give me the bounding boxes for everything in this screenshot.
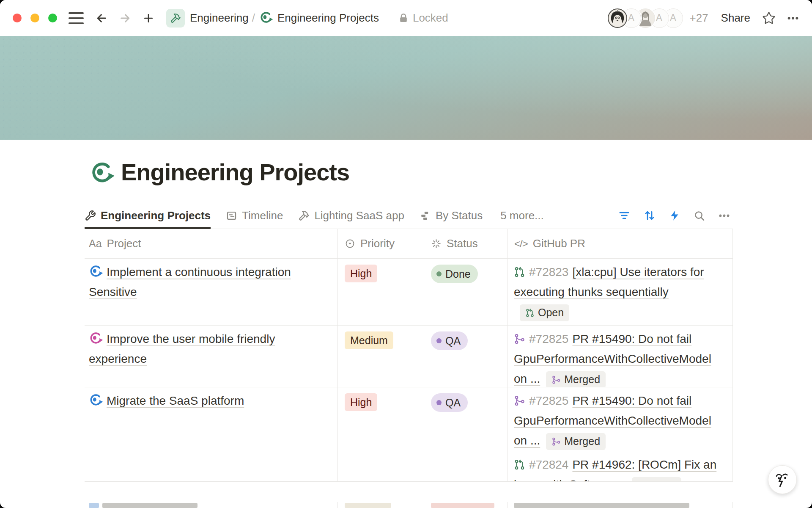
- window-toolbar: Engineering / Engineering Projects Locke…: [0, 0, 812, 36]
- status-cell[interactable]: QA: [424, 387, 508, 482]
- project-title-link[interactable]: Implement a continuous integration Sensi…: [89, 265, 291, 298]
- locked-label: Locked: [413, 11, 448, 25]
- pr-merge-icon: [514, 333, 525, 345]
- project-cell[interactable]: Implement a continuous integration Sensi…: [85, 259, 338, 325]
- view-tabs: Engineering Projects Timeline Lighting S…: [85, 202, 733, 229]
- priority-cell[interactable]: Medium: [338, 326, 424, 387]
- pr-state-badge: Open: [632, 477, 681, 482]
- tab-timeline[interactable]: Timeline: [226, 202, 283, 229]
- pr-merge-icon: [551, 375, 561, 384]
- share-button[interactable]: Share: [721, 11, 750, 25]
- priority-cell[interactable]: High: [338, 387, 424, 482]
- tab-by-status[interactable]: By Status: [420, 202, 483, 229]
- view-actions: [618, 202, 730, 229]
- sort-icon[interactable]: [643, 209, 656, 222]
- status-dot: [436, 338, 442, 343]
- status-dot: [436, 271, 442, 276]
- view-settings-icon[interactable]: [718, 210, 730, 222]
- code-icon: </>: [514, 238, 528, 250]
- minimize-window-button[interactable]: [30, 14, 39, 22]
- column-header-project[interactable]: Aa Project: [85, 229, 338, 258]
- goose-page-icon: [259, 11, 273, 25]
- priority-badge[interactable]: High: [345, 265, 377, 282]
- ai-face-icon: [774, 471, 791, 488]
- status-badge[interactable]: QA: [431, 331, 468, 350]
- lock-icon: [398, 13, 409, 24]
- github-pr-link[interactable]: #72824PR #14962: [ROCm] Fix an issue wit…: [514, 455, 717, 482]
- hammer-icon: [166, 9, 185, 28]
- page-title: Engineering Projects: [121, 158, 349, 186]
- pr-state-badge: Merged: [546, 371, 606, 387]
- column-header-priority[interactable]: Priority: [338, 229, 424, 258]
- pr-merge-icon: [551, 437, 561, 446]
- pr-state-badge: Merged: [546, 433, 606, 450]
- pr-number: #72825: [529, 332, 568, 345]
- pr-state-badge: Open: [520, 304, 569, 321]
- notion-ai-button[interactable]: [768, 465, 797, 494]
- locked-indicator[interactable]: Locked: [394, 11, 448, 25]
- github-pr-link[interactable]: #72825PR #15490: Do not fail GpuPerforma…: [514, 329, 717, 387]
- wrench-icon: [85, 210, 96, 221]
- back-button[interactable]: [95, 12, 108, 25]
- search-icon[interactable]: [693, 210, 705, 222]
- github-pr-cell[interactable]: #72825PR #15490: Do not fail GpuPerforma…: [508, 326, 733, 387]
- priority-badge[interactable]: High: [345, 393, 377, 411]
- timeline-icon: [226, 210, 237, 221]
- status-badge[interactable]: QA: [431, 393, 468, 412]
- project-title-link[interactable]: Migrate the SaaS platform: [107, 394, 244, 407]
- tab-more-views[interactable]: 5 more...: [500, 202, 544, 229]
- pr-open-icon: [514, 459, 525, 470]
- text-property-icon: Aa: [89, 237, 102, 250]
- status-badge[interactable]: Done: [431, 265, 478, 283]
- status-dot: [436, 400, 442, 405]
- page-cover-image[interactable]: [0, 36, 812, 140]
- table-header-row: Aa Project Priority Status </> GitHub PR: [85, 229, 733, 259]
- hammer-icon: [298, 210, 310, 221]
- column-header-status[interactable]: Status: [424, 229, 508, 258]
- favorite-star-button[interactable]: [762, 11, 776, 25]
- breadcrumb: Engineering / Engineering Projects: [166, 9, 379, 28]
- pr-number: #72823: [529, 265, 568, 279]
- project-cell[interactable]: Improve the user mobile friendly experie…: [85, 326, 338, 387]
- forward-button[interactable]: [119, 12, 132, 25]
- github-pr-cell[interactable]: #72825PR #15490: Do not fail GpuPerforma…: [508, 387, 733, 482]
- project-title-link[interactable]: Improve the user mobile friendly experie…: [89, 332, 275, 365]
- priority-badge[interactable]: Medium: [345, 331, 393, 349]
- collaborator-avatars[interactable]: A A A: [608, 8, 683, 28]
- column-header-github-pr[interactable]: </> GitHub PR: [508, 229, 733, 258]
- table-row: Migrate the SaaS platform High QA #72825…: [85, 387, 733, 482]
- page-icon[interactable]: [90, 161, 115, 186]
- close-window-button[interactable]: [13, 14, 22, 22]
- partially-visible-row: [85, 502, 733, 508]
- table-row: Improve the user mobile friendly experie…: [85, 326, 733, 387]
- status-cell[interactable]: QA: [424, 326, 508, 387]
- new-page-button[interactable]: [143, 12, 154, 24]
- breadcrumb-item-engineering[interactable]: Engineering: [190, 11, 249, 25]
- github-pr-link[interactable]: #72825PR #15490: Do not fail GpuPerforma…: [514, 391, 717, 450]
- status-cell[interactable]: Done: [424, 259, 508, 325]
- breadcrumb-separator: /: [252, 11, 255, 25]
- project-page-icon: [89, 331, 103, 346]
- table-row: Implement a continuous integration Sensi…: [85, 259, 733, 326]
- pr-open-icon: [525, 308, 535, 318]
- priority-cell[interactable]: High: [338, 259, 424, 325]
- projects-table: Aa Project Priority Status </> GitHub PR: [85, 229, 733, 482]
- pr-open-icon: [637, 481, 647, 482]
- board-icon: [420, 210, 431, 221]
- project-page-icon: [89, 265, 103, 279]
- avatar-overflow-count[interactable]: +27: [690, 11, 708, 25]
- project-cell[interactable]: Migrate the SaaS platform: [85, 387, 338, 482]
- pr-number: #72824: [529, 458, 568, 471]
- avatar-illustrated[interactable]: [608, 8, 627, 28]
- maximize-window-button[interactable]: [48, 14, 57, 22]
- github-pr-cell[interactable]: #72823[xla:cpu] Use iterators for execut…: [508, 259, 733, 325]
- github-pr-link[interactable]: #72823[xla:cpu] Use iterators for execut…: [514, 262, 717, 322]
- tab-engineering-projects[interactable]: Engineering Projects: [85, 202, 211, 229]
- tab-lighting-saas-app[interactable]: Lighting SaaS app: [298, 202, 404, 229]
- automation-bolt-icon[interactable]: [669, 210, 680, 221]
- breadcrumb-item-engineering-projects[interactable]: Engineering Projects: [277, 11, 379, 25]
- sidebar-toggle-button[interactable]: [68, 12, 84, 24]
- notion-window: Engineering / Engineering Projects Locke…: [0, 0, 812, 508]
- filter-icon[interactable]: [618, 209, 631, 222]
- more-options-button[interactable]: [787, 12, 799, 25]
